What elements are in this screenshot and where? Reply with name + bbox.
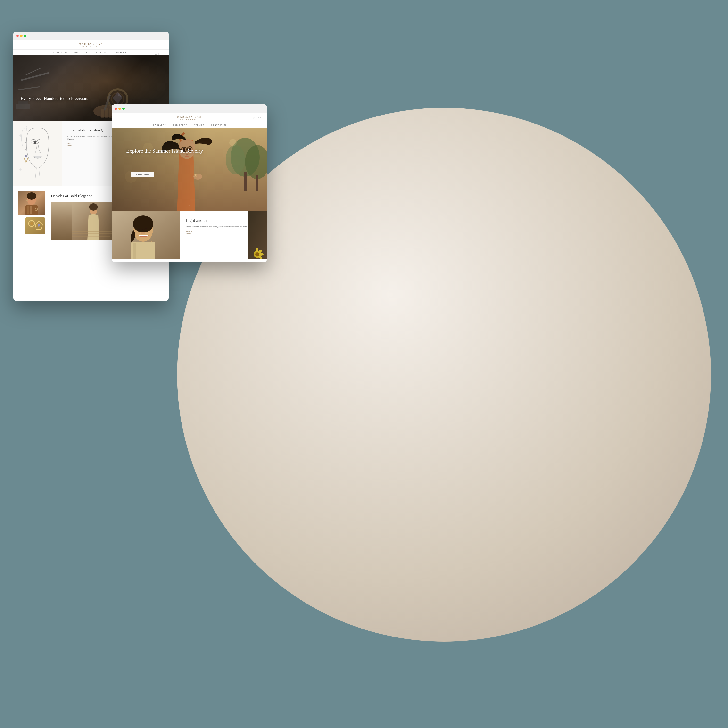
decades-photo-woman-1 xyxy=(18,191,45,216)
shop-button-2[interactable]: SHOP NOW xyxy=(131,172,154,177)
minimize-button-2[interactable] xyxy=(118,107,121,110)
minimize-button-1[interactable] xyxy=(20,35,23,37)
site-nav-2: JEWELLERY OUR STORY ATELIER CONTACT US xyxy=(112,122,267,128)
hero-headline-2: Explore the Summer Island Revelry xyxy=(126,148,203,154)
decades-photos-1 xyxy=(18,191,45,252)
laughing-woman-svg-2 xyxy=(112,211,180,259)
hero-headline-1: Every Piece, Handcrafted to Precision. xyxy=(21,96,88,101)
svg-rect-39 xyxy=(27,206,29,214)
svg-rect-0 xyxy=(21,72,49,81)
svg-point-37 xyxy=(26,200,28,201)
brand-name-1: MARILYN TAN xyxy=(18,43,164,45)
browser-chrome-1 xyxy=(13,32,169,40)
nav-our-story-1[interactable]: OUR STORY xyxy=(75,52,89,53)
close-button-1[interactable] xyxy=(16,35,19,37)
svg-point-49 xyxy=(89,203,98,211)
svg-rect-14 xyxy=(13,121,62,187)
svg-rect-4 xyxy=(18,101,28,104)
maximize-button-2[interactable] xyxy=(122,107,125,110)
search-icon-2[interactable]: ⌕ xyxy=(253,116,255,119)
svg-rect-52 xyxy=(72,236,110,237)
site-nav-1: JEWELLERY OUR STORY ATELIER CONTACT US xyxy=(13,49,169,55)
bottom-section-2: Light and air Shop our favourite bubbles… xyxy=(112,211,267,259)
header-icons-1: ⌕ □ □ xyxy=(155,52,164,55)
scroll-arrow-2[interactable]: ⌄ xyxy=(188,203,191,207)
svg-rect-89 xyxy=(133,243,136,259)
brand-sub-2: JEWELLERY xyxy=(116,118,262,120)
svg-point-46 xyxy=(38,224,40,226)
dark-texture-svg-2 xyxy=(248,211,267,259)
hero-section-2: Explore the Summer Island Revelry SHOP N… xyxy=(112,128,267,211)
cart-icon-1[interactable]: □ xyxy=(162,52,164,55)
nav-jewellery-2[interactable]: JEWELLERY xyxy=(151,124,166,126)
sketch-left-1 xyxy=(13,121,62,187)
decades-photo-jewelry-2 xyxy=(26,217,45,234)
svg-point-95 xyxy=(259,253,263,255)
face-sketch-svg xyxy=(13,121,62,187)
bottom-photo-left-2 xyxy=(112,211,180,259)
svg-point-83 xyxy=(133,216,153,232)
bottom-right-2: Light and air Shop our favourite bubbles… xyxy=(180,211,267,259)
nav-our-story-2[interactable]: OUR STORY xyxy=(173,124,187,126)
svg-point-84 xyxy=(141,231,145,234)
user-icon-1[interactable]: □ xyxy=(159,52,161,55)
maximize-button-1[interactable] xyxy=(24,35,26,37)
svg-point-36 xyxy=(27,193,37,200)
bottom-right-img-2 xyxy=(248,211,267,259)
svg-point-92 xyxy=(255,252,259,256)
nav-contact-1[interactable]: CONTACT US xyxy=(113,52,128,53)
hero-overlay-2 xyxy=(112,128,267,211)
search-icon-1[interactable]: ⌕ xyxy=(155,52,157,55)
svg-point-25 xyxy=(25,155,27,157)
close-button-2[interactable] xyxy=(115,107,117,110)
woman-photo-svg-1 xyxy=(18,191,45,216)
svg-rect-50 xyxy=(72,231,115,232)
svg-rect-3 xyxy=(16,104,30,109)
browser-window-2: MARILYN TAN JEWELLERY ⌕ □ □ JEWELLERY OU… xyxy=(112,104,267,262)
browser-chrome-2 xyxy=(112,104,267,113)
nav-jewellery-1[interactable]: JEWELLERY xyxy=(54,52,68,53)
jewelry-photo-svg-2 xyxy=(26,217,45,234)
site-header-2: MARILYN TAN JEWELLERY ⌕ □ □ xyxy=(112,113,267,122)
svg-point-15 xyxy=(34,141,37,144)
svg-rect-51 xyxy=(72,233,113,234)
nav-contact-2[interactable]: CONTACT US xyxy=(211,124,227,126)
brand-sub-1: JEWELLERY xyxy=(18,45,164,47)
user-icon-2[interactable]: □ xyxy=(257,116,259,119)
svg-rect-40 xyxy=(30,206,32,214)
nav-atelier-1[interactable]: ATELIER xyxy=(96,52,106,53)
svg-rect-2 xyxy=(26,67,41,75)
header-icons-2: ⌕ □ □ xyxy=(253,116,262,119)
scene: MARILYN TAN JEWELLERY ⌕ □ □ JEWELLERY OU… xyxy=(0,0,728,728)
svg-point-44 xyxy=(30,222,33,225)
site-header-1: MARILYN TAN JEWELLERY ⌕ □ □ xyxy=(13,40,169,49)
svg-rect-1 xyxy=(18,86,40,90)
nav-atelier-2[interactable]: ATELIER xyxy=(194,124,205,126)
svg-point-93 xyxy=(256,248,258,252)
cart-icon-2[interactable]: □ xyxy=(260,116,262,119)
brand-name-2: MARILYN TAN xyxy=(116,116,262,118)
